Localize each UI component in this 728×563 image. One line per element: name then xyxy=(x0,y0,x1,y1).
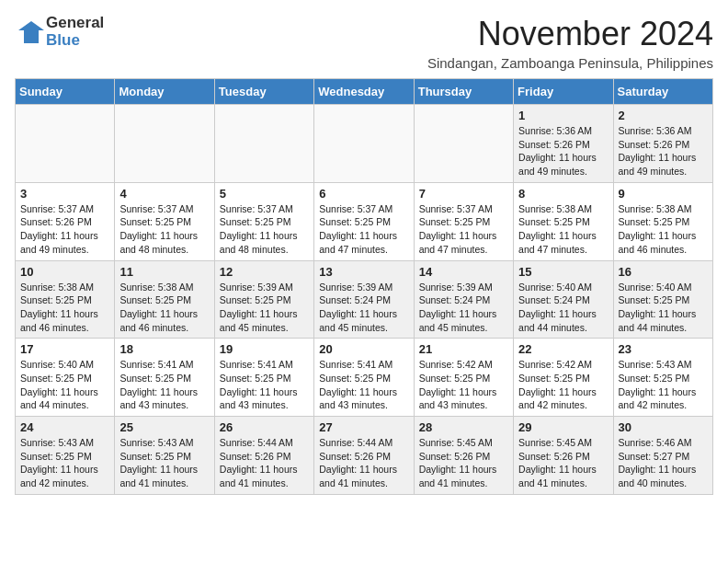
day-number: 29 xyxy=(518,420,608,434)
day-number: 8 xyxy=(518,187,608,201)
calendar-cell xyxy=(16,105,115,183)
day-info: Sunrise: 5:37 AMSunset: 5:25 PMDaylight:… xyxy=(419,202,508,257)
calendar-cell: 3Sunrise: 5:37 AMSunset: 5:26 PMDaylight… xyxy=(16,182,115,260)
day-number: 12 xyxy=(220,265,309,279)
calendar-cell: 19Sunrise: 5:41 AMSunset: 5:25 PMDayligh… xyxy=(214,339,313,417)
calendar-cell: 29Sunrise: 5:45 AMSunset: 5:26 PMDayligh… xyxy=(514,417,613,495)
day-info: Sunrise: 5:37 AMSunset: 5:25 PMDaylight:… xyxy=(220,202,309,257)
calendar-cell: 14Sunrise: 5:39 AMSunset: 5:24 PMDayligh… xyxy=(414,260,513,339)
calendar-cell: 7Sunrise: 5:37 AMSunset: 5:25 PMDaylight… xyxy=(414,182,513,260)
calendar-week-row: 10Sunrise: 5:38 AMSunset: 5:25 PMDayligh… xyxy=(16,260,713,339)
day-info: Sunrise: 5:37 AMSunset: 5:26 PMDaylight:… xyxy=(20,202,109,257)
calendar-cell: 10Sunrise: 5:38 AMSunset: 5:25 PMDayligh… xyxy=(16,260,115,339)
calendar-cell xyxy=(115,105,214,183)
weekday-header-wednesday: Wednesday xyxy=(314,79,414,105)
day-info: Sunrise: 5:39 AMSunset: 5:24 PMDaylight:… xyxy=(319,281,408,335)
day-info: Sunrise: 5:39 AMSunset: 5:24 PMDaylight:… xyxy=(419,281,508,335)
day-number: 30 xyxy=(619,420,708,434)
calendar-cell: 30Sunrise: 5:46 AMSunset: 5:27 PMDayligh… xyxy=(613,417,712,495)
day-number: 13 xyxy=(319,265,408,279)
calendar-cell: 22Sunrise: 5:42 AMSunset: 5:25 PMDayligh… xyxy=(514,339,613,417)
day-number: 17 xyxy=(20,342,109,356)
calendar-cell: 4Sunrise: 5:37 AMSunset: 5:25 PMDaylight… xyxy=(115,182,214,260)
calendar-cell: 23Sunrise: 5:43 AMSunset: 5:25 PMDayligh… xyxy=(613,339,712,417)
day-info: Sunrise: 5:38 AMSunset: 5:25 PMDaylight:… xyxy=(119,281,209,335)
day-info: Sunrise: 5:38 AMSunset: 5:25 PMDaylight:… xyxy=(518,202,608,257)
day-number: 19 xyxy=(220,342,309,356)
day-number: 22 xyxy=(518,342,608,356)
location-subtitle: Sindangan, Zamboanga Peninsula, Philippi… xyxy=(427,55,713,71)
calendar-cell: 18Sunrise: 5:41 AMSunset: 5:25 PMDayligh… xyxy=(115,339,214,417)
calendar-cell xyxy=(214,105,313,183)
calendar-cell: 16Sunrise: 5:40 AMSunset: 5:25 PMDayligh… xyxy=(613,260,712,339)
day-number: 2 xyxy=(619,109,708,122)
weekday-header-friday: Friday xyxy=(514,79,613,105)
day-number: 11 xyxy=(119,265,209,279)
calendar-cell: 13Sunrise: 5:39 AMSunset: 5:24 PMDayligh… xyxy=(314,260,414,339)
calendar-cell: 28Sunrise: 5:45 AMSunset: 5:26 PMDayligh… xyxy=(414,417,513,495)
day-info: Sunrise: 5:41 AMSunset: 5:25 PMDaylight:… xyxy=(119,358,209,412)
calendar-week-row: 24Sunrise: 5:43 AMSunset: 5:25 PMDayligh… xyxy=(16,417,713,495)
calendar-cell: 26Sunrise: 5:44 AMSunset: 5:26 PMDayligh… xyxy=(214,417,313,495)
weekday-header-saturday: Saturday xyxy=(613,79,712,105)
logo-text: General Blue xyxy=(46,15,104,49)
day-info: Sunrise: 5:46 AMSunset: 5:27 PMDaylight:… xyxy=(619,436,708,490)
day-info: Sunrise: 5:43 AMSunset: 5:25 PMDaylight:… xyxy=(619,358,708,412)
day-info: Sunrise: 5:43 AMSunset: 5:25 PMDaylight:… xyxy=(20,436,109,490)
svg-marker-0 xyxy=(18,21,44,43)
weekday-header-sunday: Sunday xyxy=(16,79,115,105)
day-number: 21 xyxy=(419,342,508,356)
calendar-cell: 20Sunrise: 5:41 AMSunset: 5:25 PMDayligh… xyxy=(314,339,414,417)
day-info: Sunrise: 5:41 AMSunset: 5:25 PMDaylight:… xyxy=(220,358,309,412)
day-info: Sunrise: 5:38 AMSunset: 5:25 PMDaylight:… xyxy=(619,202,708,257)
day-number: 3 xyxy=(20,187,109,201)
day-info: Sunrise: 5:36 AMSunset: 5:26 PMDaylight:… xyxy=(518,124,608,178)
calendar-table: SundayMondayTuesdayWednesdayThursdayFrid… xyxy=(15,78,713,495)
calendar-week-row: 1Sunrise: 5:36 AMSunset: 5:26 PMDaylight… xyxy=(16,105,713,183)
day-number: 10 xyxy=(20,265,109,279)
weekday-header-thursday: Thursday xyxy=(414,79,513,105)
day-info: Sunrise: 5:41 AMSunset: 5:25 PMDaylight:… xyxy=(319,358,408,412)
calendar-cell: 8Sunrise: 5:38 AMSunset: 5:25 PMDaylight… xyxy=(514,182,613,260)
weekday-header-tuesday: Tuesday xyxy=(214,79,313,105)
calendar-cell: 9Sunrise: 5:38 AMSunset: 5:25 PMDaylight… xyxy=(613,182,712,260)
day-number: 1 xyxy=(518,109,608,122)
calendar-cell: 15Sunrise: 5:40 AMSunset: 5:24 PMDayligh… xyxy=(514,260,613,339)
day-number: 4 xyxy=(119,187,209,201)
calendar-cell: 6Sunrise: 5:37 AMSunset: 5:25 PMDaylight… xyxy=(314,182,414,260)
day-info: Sunrise: 5:40 AMSunset: 5:24 PMDaylight:… xyxy=(518,281,608,335)
day-info: Sunrise: 5:45 AMSunset: 5:26 PMDaylight:… xyxy=(419,436,508,490)
calendar-cell: 24Sunrise: 5:43 AMSunset: 5:25 PMDayligh… xyxy=(16,417,115,495)
day-number: 18 xyxy=(119,342,209,356)
day-info: Sunrise: 5:36 AMSunset: 5:26 PMDaylight:… xyxy=(619,124,708,178)
logo-icon xyxy=(15,17,44,47)
day-number: 7 xyxy=(419,187,508,201)
day-info: Sunrise: 5:37 AMSunset: 5:25 PMDaylight:… xyxy=(319,202,408,257)
logo: General Blue xyxy=(15,15,104,49)
weekday-header-row: SundayMondayTuesdayWednesdayThursdayFrid… xyxy=(16,79,713,105)
day-number: 28 xyxy=(419,420,508,434)
day-info: Sunrise: 5:45 AMSunset: 5:26 PMDaylight:… xyxy=(518,436,608,490)
day-number: 23 xyxy=(619,342,708,356)
calendar-cell: 17Sunrise: 5:40 AMSunset: 5:25 PMDayligh… xyxy=(16,339,115,417)
weekday-header-monday: Monday xyxy=(115,79,214,105)
day-info: Sunrise: 5:42 AMSunset: 5:25 PMDaylight:… xyxy=(419,358,508,412)
calendar-cell: 12Sunrise: 5:39 AMSunset: 5:25 PMDayligh… xyxy=(214,260,313,339)
day-number: 27 xyxy=(319,420,408,434)
calendar-cell: 27Sunrise: 5:44 AMSunset: 5:26 PMDayligh… xyxy=(314,417,414,495)
day-info: Sunrise: 5:40 AMSunset: 5:25 PMDaylight:… xyxy=(619,281,708,335)
calendar-cell: 1Sunrise: 5:36 AMSunset: 5:26 PMDaylight… xyxy=(514,105,613,183)
page-header: General Blue November 2024 Sindangan, Za… xyxy=(15,15,713,71)
month-title: November 2024 xyxy=(427,15,713,53)
calendar-cell: 25Sunrise: 5:43 AMSunset: 5:25 PMDayligh… xyxy=(115,417,214,495)
day-info: Sunrise: 5:44 AMSunset: 5:26 PMDaylight:… xyxy=(220,436,309,490)
calendar-cell xyxy=(414,105,513,183)
title-area: November 2024 Sindangan, Zamboanga Penin… xyxy=(427,15,713,71)
day-info: Sunrise: 5:43 AMSunset: 5:25 PMDaylight:… xyxy=(119,436,209,490)
calendar-cell: 5Sunrise: 5:37 AMSunset: 5:25 PMDaylight… xyxy=(214,182,313,260)
day-info: Sunrise: 5:37 AMSunset: 5:25 PMDaylight:… xyxy=(119,202,209,257)
day-number: 16 xyxy=(619,265,708,279)
day-number: 5 xyxy=(220,187,309,201)
day-info: Sunrise: 5:39 AMSunset: 5:25 PMDaylight:… xyxy=(220,281,309,335)
day-info: Sunrise: 5:42 AMSunset: 5:25 PMDaylight:… xyxy=(518,358,608,412)
